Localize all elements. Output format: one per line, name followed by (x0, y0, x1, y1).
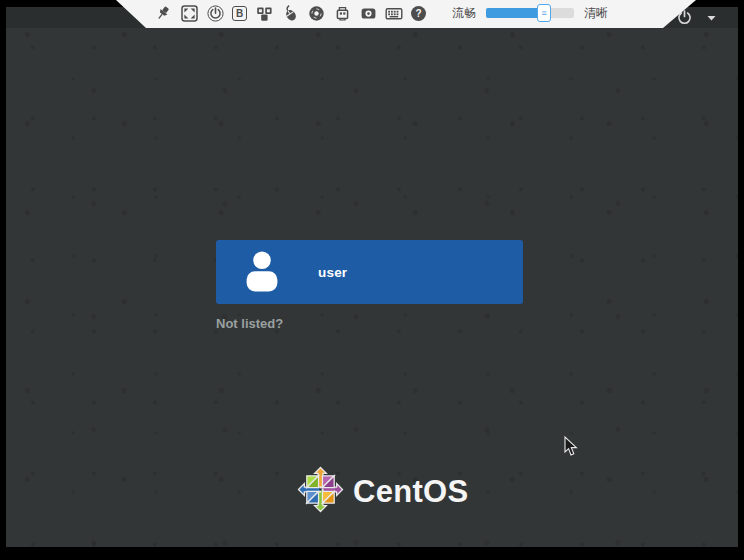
mouse-cursor (564, 436, 579, 461)
quality-slider[interactable]: ≡ (486, 8, 574, 18)
cdrom-icon[interactable] (307, 4, 325, 22)
fullscreen-icon[interactable] (180, 4, 198, 22)
help-icon[interactable]: ? (411, 6, 426, 21)
power-toolbar-icon[interactable] (206, 4, 224, 22)
quality-label-smooth: 流畅 (452, 5, 476, 22)
viewer-window-frame: user Not listed? (0, 0, 744, 560)
b-key-icon[interactable]: B (232, 6, 247, 21)
viewer-toolbar: B (116, 0, 696, 28)
remote-desktop-screen: user Not listed? (6, 7, 738, 547)
not-listed-link[interactable]: Not listed? (216, 316, 283, 331)
user-avatar-icon (240, 247, 284, 297)
quality-label-clear: 清晰 (584, 5, 608, 22)
pin-icon[interactable] (154, 4, 172, 22)
send-keys-icon[interactable] (255, 4, 273, 22)
usb-device-icon[interactable] (333, 4, 351, 22)
centos-wordmark: CentOS (353, 474, 468, 510)
centos-branding: CentOS (297, 466, 468, 517)
username-label: user (318, 265, 347, 280)
quality-slider-fill (486, 8, 544, 18)
centos-logo-icon (297, 466, 344, 517)
user-tile[interactable]: user (216, 240, 523, 304)
menu-caret-icon[interactable] (707, 15, 716, 21)
quality-slider-group: 流畅 ≡ 清晰 (452, 5, 608, 22)
webcam-icon[interactable] (359, 4, 377, 22)
quality-slider-handle[interactable]: ≡ (537, 4, 551, 22)
soft-keyboard-icon[interactable] (385, 4, 403, 22)
mouse-icon[interactable] (281, 4, 299, 22)
